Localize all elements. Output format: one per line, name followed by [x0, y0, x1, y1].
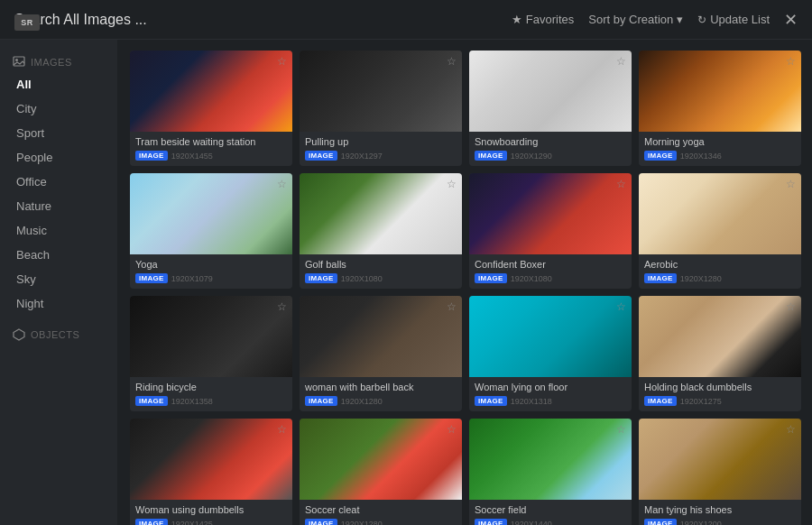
image-title: Golf balls — [305, 259, 457, 270]
image-thumbnail — [469, 51, 632, 132]
image-badge-row: IMAGE 1920X1358 — [135, 396, 287, 406]
image-thumbnail — [300, 296, 462, 377]
image-type-badge: IMAGE — [644, 273, 677, 283]
image-badge-row: IMAGE 1920X1280 — [305, 396, 457, 406]
image-type-badge: IMAGE — [305, 519, 337, 525]
sidebar-item-sport[interactable]: Sport — [4, 121, 114, 145]
sidebar-item-nature[interactable]: Nature — [4, 194, 114, 218]
sidebar-item-beach[interactable]: Beach — [4, 243, 114, 267]
sidebar: Images AllCitySportPeopleOfficeNatureMus… — [0, 40, 117, 525]
image-thumbnail — [130, 296, 292, 377]
image-thumbnail — [469, 419, 632, 500]
header: Search All Images ... ★ Favorites Sort b… — [0, 0, 812, 40]
sort-button[interactable]: Sort by Creation ▾ — [588, 13, 683, 26]
favorite-button[interactable]: ☆ — [447, 179, 457, 189]
image-card[interactable]: ☆ Golf balls IMAGE 1920X1080 — [300, 173, 462, 289]
image-info: Man tying his shoes IMAGE 1920X1200 — [639, 500, 801, 525]
image-type-badge: IMAGE — [644, 519, 677, 525]
favorite-button[interactable]: ☆ — [786, 424, 796, 435]
favorite-button[interactable]: ☆ — [786, 179, 796, 189]
image-info: Woman using dumbbells IMAGE 1920X1425 — [130, 500, 292, 525]
image-dimensions: 1920X1079 — [171, 274, 213, 283]
star-icon: ★ — [512, 13, 522, 26]
image-dimensions: 1920X1358 — [171, 397, 213, 406]
image-thumbnail — [639, 173, 801, 254]
image-card[interactable]: ☆ Riding bicycle IMAGE 1920X1358 — [130, 296, 292, 411]
image-title: Tram beside waiting station — [135, 136, 287, 147]
image-dimensions: 1920X1280 — [680, 274, 722, 283]
image-type-badge: IMAGE — [475, 519, 507, 525]
favorite-button[interactable]: ☆ — [616, 56, 626, 67]
image-card[interactable]: ☆ Soccer field IMAGE 1920X1440 — [469, 419, 632, 525]
image-title: Aerobic — [644, 259, 796, 270]
update-list-button[interactable]: ↻ Update List — [697, 13, 770, 26]
image-info: Holding black dumbbells IMAGE 1920X1275 — [639, 377, 801, 411]
sidebar-item-all[interactable]: All — [4, 72, 114, 97]
favorite-button[interactable]: ☆ — [616, 424, 626, 435]
image-thumbnail — [130, 173, 292, 254]
svg-point-1 — [15, 59, 18, 61]
image-grid: ☆ Tram beside waiting station IMAGE 1920… — [130, 51, 801, 525]
image-card[interactable]: ☆ Morning yoga IMAGE 1920X1346 — [639, 51, 801, 166]
image-title: Riding bicycle — [135, 382, 287, 392]
close-button[interactable]: ✕ — [784, 12, 798, 28]
image-title: Confident Boxer — [475, 259, 626, 270]
favorite-button[interactable]: ☆ — [277, 424, 287, 435]
image-badge-row: IMAGE 1920X1280 — [305, 519, 457, 525]
image-dimensions: 1920X1200 — [680, 520, 722, 526]
image-card[interactable]: ☆ Man tying his shoes IMAGE 1920X1200 — [639, 419, 801, 525]
sidebar-item-sky[interactable]: Sky — [4, 267, 114, 291]
image-card[interactable]: ☆ Woman lying on floor IMAGE 1920X1318 — [469, 296, 632, 411]
image-type-badge: IMAGE — [644, 396, 677, 406]
image-thumbnail — [300, 173, 462, 254]
image-thumbnail — [130, 419, 292, 500]
image-info: Soccer cleat IMAGE 1920X1280 — [300, 500, 462, 525]
sidebar-item-night[interactable]: Night — [4, 291, 114, 316]
image-info: Golf balls IMAGE 1920X1080 — [300, 254, 462, 289]
favorite-button[interactable]: ☆ — [786, 301, 796, 312]
sidebar-item-city[interactable]: City — [4, 97, 114, 121]
image-card[interactable]: ☆ woman with barbell back IMAGE 1920X128… — [300, 296, 462, 411]
favorite-button[interactable]: ☆ — [616, 301, 626, 312]
sidebar-item-music[interactable]: Music — [4, 218, 114, 243]
favorite-button[interactable]: ☆ — [277, 301, 287, 312]
image-dimensions: 1920X1080 — [511, 274, 552, 283]
favorite-button[interactable]: ☆ — [277, 56, 287, 67]
image-card[interactable]: ☆ Woman using dumbbells IMAGE 1920X1425 — [130, 419, 292, 525]
image-thumbnail — [300, 51, 462, 132]
image-card[interactable]: ☆ Tram beside waiting station IMAGE 1920… — [130, 51, 292, 166]
sidebar-item-office[interactable]: Office — [4, 170, 114, 194]
image-badge-row: IMAGE 1920X1290 — [475, 151, 626, 161]
image-card[interactable]: ☆ Snowboarding IMAGE 1920X1290 — [469, 51, 632, 166]
image-info: Riding bicycle IMAGE 1920X1358 — [130, 377, 292, 411]
image-info: Aerobic IMAGE 1920X1280 — [639, 254, 801, 289]
image-badge-row: IMAGE 1920X1455 — [135, 151, 287, 161]
image-card[interactable]: ☆ Soccer cleat IMAGE 1920X1280 — [300, 419, 462, 525]
image-thumbnail — [469, 296, 632, 377]
image-info: Pulling up IMAGE 1920X1297 — [300, 132, 462, 166]
image-card[interactable]: ☆ Pulling up IMAGE 1920X1297 — [300, 51, 462, 166]
image-dimensions: 1920X1290 — [511, 152, 552, 161]
favorite-button[interactable]: ☆ — [786, 56, 796, 67]
image-card[interactable]: ☆ Aerobic IMAGE 1920X1280 — [639, 173, 801, 289]
image-card[interactable]: ☆ Yoga IMAGE 1920X1079 — [130, 173, 292, 289]
image-type-badge: IMAGE — [135, 151, 168, 161]
header-actions: ★ Favorites Sort by Creation ▾ ↻ Update … — [512, 12, 798, 28]
image-dimensions: 1920X1425 — [171, 520, 213, 526]
favorite-button[interactable]: ☆ — [447, 424, 457, 435]
favorite-button[interactable]: ☆ — [447, 301, 457, 312]
image-card[interactable]: ☆ Holding black dumbbells IMAGE 1920X127… — [639, 296, 801, 411]
image-thumbnail — [469, 173, 632, 254]
image-type-badge: IMAGE — [135, 519, 168, 525]
image-info: Woman lying on floor IMAGE 1920X1318 — [469, 377, 632, 411]
favorite-button[interactable]: ☆ — [616, 179, 626, 189]
image-badge-row: IMAGE 1920X1440 — [475, 519, 626, 525]
image-card[interactable]: ☆ Confident Boxer IMAGE 1920X1080 — [469, 173, 632, 289]
favorite-button[interactable]: ☆ — [277, 179, 287, 189]
favorite-button[interactable]: ☆ — [447, 56, 457, 67]
refresh-icon: ↻ — [697, 14, 706, 26]
sidebar-item-people[interactable]: People — [4, 145, 114, 170]
main-layout: Images AllCitySportPeopleOfficeNatureMus… — [0, 40, 812, 525]
favorites-button[interactable]: ★ Favorites — [512, 13, 574, 26]
image-dimensions: 1920X1440 — [511, 520, 552, 526]
